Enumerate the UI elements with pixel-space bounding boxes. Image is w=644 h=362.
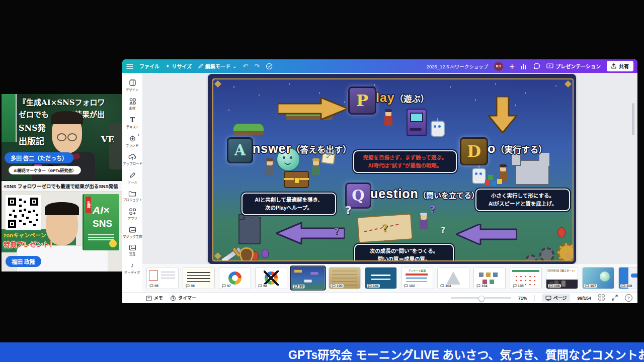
knight-character <box>266 165 274 175</box>
filmstrip-thumbnail[interactable]: アンケート結果 103102 <box>401 267 433 289</box>
help-button[interactable]: ? <box>625 294 632 302</box>
name-tag: 福田 政隆 <box>6 256 41 267</box>
sidebar-item-brand[interactable]: ✦ ブランド <box>123 133 142 150</box>
textbox-play[interactable]: 完璧を目指さず、まず触って遊ぶ。 AI時代は“試す”が最強の戦略。 <box>353 150 457 173</box>
sidebar-item-audio[interactable]: ♪ オーディオ <box>123 260 142 277</box>
filmstrip-thumbnail[interactable]: 108 <box>618 267 637 289</box>
quest-map-scroll: ? <box>357 213 413 243</box>
glasses <box>57 133 77 140</box>
undo-button[interactable]: ↶ <box>243 62 248 70</box>
filmstrip-thumbnail[interactable]: 96 <box>183 267 215 289</box>
apps-icon <box>129 208 136 215</box>
potion-bottle <box>262 249 269 258</box>
arcade-machine <box>407 109 427 136</box>
saved-check-icon <box>266 63 273 70</box>
page-view-button[interactable]: ページ <box>542 294 571 302</box>
file-menu-button[interactable]: ファイル <box>139 62 159 70</box>
sidebar-item-text[interactable]: T テキスト <box>123 114 142 131</box>
insights-chart-icon[interactable] <box>521 63 527 69</box>
share-button[interactable]: 共有 <box>607 61 633 71</box>
textbox-question[interactable]: 次の成長の“問い”をつくる。 問いの質＝成果の質。 <box>354 244 454 261</box>
book-spine <box>2 94 17 142</box>
timer-button[interactable]: タイマー <box>170 295 196 301</box>
comment-icon[interactable] <box>533 63 540 69</box>
filmstrip-thumbnail[interactable]: 100 <box>329 267 361 289</box>
filmstrip-thumbnail[interactable]: 105 <box>510 267 542 289</box>
edit-mode-button[interactable]: 編集モード ⌄ <box>198 62 236 70</box>
page-number-badge: 101 <box>367 284 380 288</box>
sidebar-item-projects[interactable]: プロジェクト <box>123 188 142 204</box>
filmstrip-thumbnail[interactable]: 95 <box>146 267 179 289</box>
design-icon <box>129 79 136 86</box>
page-view-icon <box>545 296 551 301</box>
zoom-level: 71% <box>518 296 527 301</box>
campaign-present-text: 特典プレゼント！ <box>4 239 56 249</box>
page-number-badge: 107 <box>584 284 597 288</box>
filmstrip-thumbnail[interactable]: 103 <box>437 267 469 289</box>
title-answer[interactable]: nswer （答えを出す） <box>253 141 351 156</box>
textbox-do[interactable]: 小さく実行して形にする。 AIがスピードと質を底上げ。 <box>475 189 570 211</box>
document-title[interactable]: 2025_12.5 AIワークショップ <box>427 63 489 70</box>
hamburger-menu-icon[interactable] <box>126 64 133 69</box>
music-note-icon: ♪ <box>131 262 134 269</box>
adventurer-character <box>312 165 320 175</box>
filmstrip-thumbnail[interactable]: 2025年6月 2期スタート！ 106 <box>546 267 578 289</box>
filmstrip-thumbnail[interactable]: 98 <box>255 267 287 289</box>
filmstrip-thumbnail-current[interactable]: 99 <box>290 265 326 291</box>
filmstrip-thumbnail[interactable]: 97 <box>219 267 251 289</box>
notes-button[interactable]: メモ <box>146 295 163 301</box>
webcam-feed-top: 『生成AI×SNSフォロワ ゼロでも で結果が出 SNS発 出版記 VE @ 多… <box>2 94 122 180</box>
zoom-slider[interactable] <box>451 297 511 299</box>
title-question[interactable]: uestion （問いを立てる） <box>370 187 479 201</box>
page-number-badge: 106 <box>548 284 561 288</box>
sidebar-item-design[interactable]: デザイン <box>123 77 142 94</box>
text-icon: T <box>130 116 135 124</box>
resize-menu-button[interactable]: ✦ リサイズ <box>166 62 192 70</box>
sidebar-item-tools[interactable]: ツール <box>123 169 142 187</box>
editor-toolbar: ファイル ✦ リサイズ 編集モード ⌄ ↶ ↷ 2025_12.5 AIワークシ… <box>122 59 637 73</box>
fullscreen-button[interactable] <box>612 295 618 302</box>
canvas-scrollbar[interactable] <box>632 103 634 135</box>
shield <box>239 247 254 261</box>
grid-view-button[interactable] <box>598 294 605 302</box>
title-play[interactable]: lay （遊ぶ） <box>376 90 429 105</box>
sword <box>221 246 242 261</box>
zoom-slider-knob[interactable] <box>478 296 485 302</box>
sidebar-item-uploads[interactable]: アップロード <box>123 151 142 168</box>
filmstrip-thumbnail[interactable]: 107 <box>582 267 614 289</box>
letter-tile-A[interactable]: A <box>227 137 253 163</box>
sidebar-item-elements[interactable]: 素材 <box>123 96 142 113</box>
page-indicator: 99/154 <box>577 296 591 301</box>
sage-character <box>420 219 428 229</box>
frame-corner <box>214 80 221 87</box>
notes-icon <box>146 295 152 301</box>
slide-page-99[interactable]: P lay （遊ぶ） A nswer （答えを出す） Q uestion （問い… <box>208 74 576 264</box>
filmstrip-thumbnail[interactable]: 101 <box>365 267 397 289</box>
title-do[interactable]: o （実行する） <box>488 141 547 156</box>
sidebar-item-apps[interactable]: アプリ <box>123 206 142 223</box>
sidebar-item-photos[interactable]: 写真 <box>123 242 142 258</box>
page-number-badge: 100 <box>331 284 344 288</box>
editor-statusbar: メモ タイマー 71% ページ 99/154 <box>122 292 637 303</box>
editor-sidebar: デザイン 素材 T テキスト ✦ ブランド アップロード ツール <box>122 73 143 303</box>
design-canvas-area: P lay （遊ぶ） A nswer （答えを出す） Q uestion （問い… <box>142 73 637 292</box>
presentation-button[interactable]: プレゼンテーション <box>546 62 601 70</box>
campaign-text: zonキャンペーン <box>4 231 46 239</box>
textbox-answer[interactable]: AIと共創して最適解を導き、 次のPlayへループ。 <box>242 193 336 215</box>
page-number-badge: 108 <box>620 284 633 288</box>
redo-button[interactable]: ↷ <box>254 62 260 70</box>
floating-island <box>233 124 264 135</box>
letter-tile-D[interactable]: D <box>460 137 488 165</box>
upload-cloud-icon <box>128 153 136 160</box>
color-blocks <box>485 180 490 185</box>
letter-tile-P[interactable]: P <box>348 86 376 115</box>
filmstrip-thumbnail[interactable]: 104 <box>473 267 506 289</box>
user-avatar[interactable]: KT <box>494 62 503 71</box>
slide-filmstrip: 95 96 97 98 99 100 101 アンケート結果 103102 <box>142 264 637 292</box>
sidebar-item-magic-media[interactable]: マジック生成 <box>123 224 142 241</box>
castle <box>515 160 549 185</box>
stone-tower <box>238 217 261 244</box>
robot-character <box>472 168 486 184</box>
add-member-button[interactable]: ＋ <box>509 62 515 70</box>
page-number-badge: 104 <box>475 284 489 288</box>
